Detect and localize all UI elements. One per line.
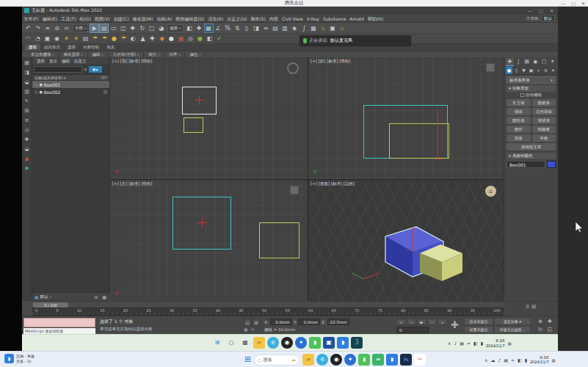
edge-icon[interactable]: e xyxy=(267,337,279,349)
autogrid-checkbox[interactable] xyxy=(520,93,524,97)
mirror-icon[interactable]: ◨ xyxy=(252,23,261,33)
geometry-category[interactable]: ● xyxy=(506,67,512,74)
browser-icon[interactable]: ✦ xyxy=(295,337,307,349)
z-coordinate-field[interactable]: -22.5mm xyxy=(327,319,349,325)
lights-category[interactable]: ▼ xyxy=(520,67,527,74)
menu-item-10[interactable]: 自定义(U) xyxy=(225,15,249,23)
select-by-name-icon[interactable]: ▤ xyxy=(99,23,109,33)
viewport-front[interactable]: [+] [前] [标准] [线框] ✛ xyxy=(308,57,504,179)
browser-icon[interactable]: ✦ xyxy=(344,354,356,366)
tencent-meeting-icon[interactable]: ◗ xyxy=(337,337,349,349)
workspace-value[interactable]: 默认 xyxy=(541,15,555,22)
explorer-menu-3[interactable]: 自定义 xyxy=(72,59,89,64)
obs-icon[interactable]: ◉ xyxy=(330,354,342,366)
set-key-button[interactable]: 设置关键点 xyxy=(464,326,493,333)
add-key-icon[interactable]: ✚ xyxy=(451,319,459,330)
playback-button-4[interactable]: » xyxy=(438,319,447,325)
sort-header[interactable]: 名称(按升序排序) xyxy=(35,76,63,80)
spacewarps-category[interactable]: ≋ xyxy=(542,67,549,74)
rendered-frame-icon[interactable]: ▣ xyxy=(328,23,338,33)
clear-search-icon[interactable]: ✕ xyxy=(84,67,87,72)
filter-button[interactable]: ▼≡ xyxy=(89,66,102,73)
curve-editor-icon[interactable]: ∫ xyxy=(300,23,309,33)
footer-icons[interactable]: ⊞ ▦ xyxy=(94,294,108,299)
footer-label[interactable]: 默认 xyxy=(40,294,48,299)
max-maximize-button[interactable]: □ xyxy=(539,8,543,13)
time-slider[interactable]: 0 / 100 xyxy=(32,301,504,308)
primitive-type-dropdown[interactable]: 标准基本体 ▼ xyxy=(507,76,556,84)
grid-icon[interactable]: ⊞ xyxy=(23,107,31,115)
motion-tab[interactable]: ◉ xyxy=(531,58,540,66)
object-button-5[interactable]: 管状体 xyxy=(532,117,556,124)
playback-button-0[interactable]: « xyxy=(396,319,406,325)
object-button-1[interactable]: 圆锥体 xyxy=(532,99,556,106)
sun-icon[interactable]: ● xyxy=(109,34,119,43)
time-slider-handle[interactable]: 0 / 100 xyxy=(33,302,68,308)
layer-explorer-icon[interactable]: ▥ xyxy=(280,23,290,33)
named-selection-icon[interactable]: ▯ xyxy=(242,23,252,33)
rect-selection-icon[interactable]: ▭ xyxy=(109,23,118,33)
light2-icon[interactable]: ☀ xyxy=(71,34,81,43)
light-icon[interactable]: ☀ xyxy=(62,34,71,43)
y-coordinate-field[interactable]: 0.0mm xyxy=(298,319,320,325)
object-button-7[interactable]: 四棱锥 xyxy=(532,126,556,133)
menu-item-12[interactable]: 内容 xyxy=(267,15,280,23)
menu-item-17[interactable]: 帮助(H) xyxy=(366,15,385,23)
tray-icon-5[interactable]: ◧ xyxy=(518,357,522,363)
viewport-left-label[interactable]: [+] [左] [标准] [线框] xyxy=(112,181,153,186)
photometric-icon[interactable]: ◉ xyxy=(52,34,62,43)
menu-item-2[interactable]: 工具(T) xyxy=(59,15,78,23)
freeze-cell[interactable] xyxy=(104,90,107,94)
percent-snap-icon[interactable]: % xyxy=(223,23,233,33)
wechat-icon[interactable]: ◗ xyxy=(309,337,321,349)
tray-icon-3[interactable]: ▤ xyxy=(504,357,508,363)
maximize-viewport-icon[interactable]: ◱ xyxy=(545,326,554,333)
display-tab[interactable]: ▢ xyxy=(540,58,548,66)
tray-icon-4[interactable]: ≈ xyxy=(511,357,515,363)
object-button-9[interactable]: 平面 xyxy=(532,134,556,142)
orbit-icon[interactable]: ◔ xyxy=(33,34,43,43)
cameras-category[interactable]: ▣ xyxy=(528,67,534,74)
menu-item-3[interactable]: 组(G) xyxy=(78,15,92,23)
use-pivot-icon[interactable]: ◧ xyxy=(185,23,195,33)
material-icon[interactable]: ◆ xyxy=(157,34,167,43)
tray-icon-0[interactable]: ∧ xyxy=(448,341,451,346)
select-object-icon[interactable]: ▶ xyxy=(90,23,99,33)
workspace-selector[interactable]: 工作区: 默认 xyxy=(526,15,558,22)
shade-icon[interactable]: ◒ xyxy=(23,79,31,86)
notification-bell-icon[interactable]: ◍ xyxy=(508,341,512,346)
explorer-search-input[interactable] xyxy=(34,66,82,73)
tray-icon-3[interactable]: ≈ xyxy=(467,341,471,346)
isolate-selection-icon[interactable]: ◱ xyxy=(244,319,251,326)
shared-clock[interactable]: 8:16 2024/11/7 xyxy=(486,338,505,348)
explorer-menu-1[interactable]: 显示 xyxy=(47,59,59,64)
systems-category[interactable]: ✶ xyxy=(550,67,556,74)
file-explorer-icon[interactable]: ▰ xyxy=(302,354,314,366)
box002-wireframe[interactable] xyxy=(259,222,300,258)
tray-icon-0[interactable]: ∧ xyxy=(484,357,487,363)
half-icon[interactable]: ◒ xyxy=(23,145,31,153)
viewport-perspective[interactable]: [+] [透视] [标准] [边面] ⌂ xyxy=(308,180,504,301)
menu-item-9[interactable]: 渲染(R) xyxy=(206,15,225,23)
sphere-icon[interactable]: ● xyxy=(167,34,176,43)
meeting-maximize-button[interactable]: □ xyxy=(571,0,576,7)
gear-icon[interactable]: ✶ xyxy=(251,327,255,332)
box002-wireframe[interactable] xyxy=(184,117,203,133)
select-link-icon[interactable]: ∞ xyxy=(43,23,52,33)
explorer-menu-0[interactable]: 选择 xyxy=(35,59,47,64)
explorer-column-header[interactable]: 名称(按升序排序) ▲ 冻结 xyxy=(32,74,109,81)
menu-item-8[interactable]: 图形编辑器(D) xyxy=(174,15,206,23)
green-app-icon[interactable]: ≡ xyxy=(372,354,384,366)
green-sphere-icon[interactable]: ● xyxy=(195,34,205,43)
tencent-meeting-icon[interactable]: ◗ xyxy=(386,354,398,366)
viewport-top-label[interactable]: [+] [顶] [标准] [线框] xyxy=(112,59,153,64)
snaps-toggle-icon[interactable]: ▦ xyxy=(204,23,214,33)
menu-item-4[interactable]: 视图(V) xyxy=(92,15,112,23)
pan-icon[interactable]: ✚ xyxy=(545,318,554,325)
viewcube-icon[interactable] xyxy=(287,62,299,74)
bind-spacewarp-icon[interactable]: ≈ xyxy=(62,23,71,33)
freeze-column-header[interactable]: 冻结 xyxy=(101,76,107,79)
host-clock[interactable]: 8:16 2024/11/7 xyxy=(530,355,549,365)
hierarchy-tab[interactable]: ▤ xyxy=(523,58,531,66)
rows-icon[interactable]: ▥ xyxy=(23,88,31,95)
